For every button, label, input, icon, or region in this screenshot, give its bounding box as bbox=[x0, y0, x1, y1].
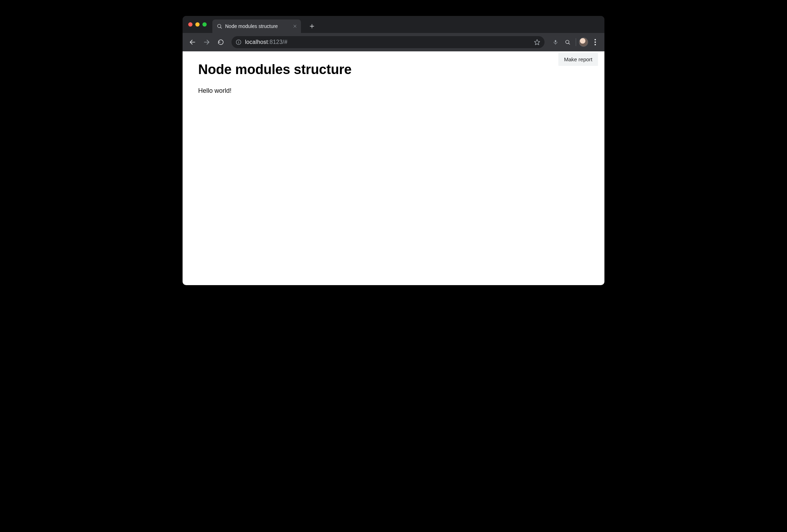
svg-point-18 bbox=[595, 44, 596, 45]
svg-marker-11 bbox=[535, 40, 540, 45]
browser-toolbar: localhost:8123/# bbox=[183, 33, 604, 51]
svg-point-16 bbox=[595, 39, 596, 40]
url-host: localhost bbox=[245, 39, 268, 45]
extension-2-icon[interactable] bbox=[562, 37, 573, 47]
profile-avatar-button[interactable] bbox=[579, 38, 588, 47]
window-maximize-button[interactable] bbox=[202, 22, 207, 27]
page-text: Hello world! bbox=[198, 87, 589, 95]
tab-close-button[interactable] bbox=[292, 23, 298, 29]
browser-tab-active[interactable]: Node modules structure bbox=[212, 19, 301, 33]
toolbar-separator bbox=[576, 38, 576, 46]
page-content: Node modules structure Hello world! bbox=[183, 51, 604, 95]
svg-point-10 bbox=[238, 41, 239, 41]
bookmark-star-icon[interactable] bbox=[534, 39, 540, 45]
url-rest: :8123/# bbox=[268, 39, 288, 45]
tab-strip: Node modules structure bbox=[183, 16, 604, 33]
svg-point-17 bbox=[595, 41, 596, 43]
site-info-icon[interactable] bbox=[236, 39, 241, 45]
tab-title: Node modules structure bbox=[225, 23, 289, 29]
page-heading: Node modules structure bbox=[198, 62, 589, 77]
browser-window: Node modules structure localhost:8123/# bbox=[183, 16, 604, 285]
tab-favicon-icon bbox=[217, 23, 222, 29]
address-bar[interactable]: localhost:8123/# bbox=[231, 36, 545, 48]
window-close-button[interactable] bbox=[188, 22, 192, 27]
window-minimize-button[interactable] bbox=[195, 22, 200, 27]
svg-line-1 bbox=[221, 27, 222, 28]
new-tab-button[interactable] bbox=[306, 20, 318, 32]
svg-line-15 bbox=[569, 43, 570, 44]
extension-1-icon[interactable] bbox=[550, 37, 561, 47]
nav-back-button[interactable] bbox=[186, 36, 199, 49]
page-viewport: Make report Node modules structure Hello… bbox=[183, 51, 604, 285]
browser-menu-button[interactable] bbox=[590, 36, 601, 48]
url-text: localhost:8123/# bbox=[245, 39, 531, 45]
window-traffic-lights bbox=[187, 16, 210, 33]
svg-rect-12 bbox=[555, 40, 556, 43]
nav-forward-button[interactable] bbox=[200, 36, 213, 49]
extension-area bbox=[550, 36, 601, 48]
make-report-button[interactable]: Make report bbox=[558, 53, 598, 66]
reload-button[interactable] bbox=[214, 36, 227, 49]
